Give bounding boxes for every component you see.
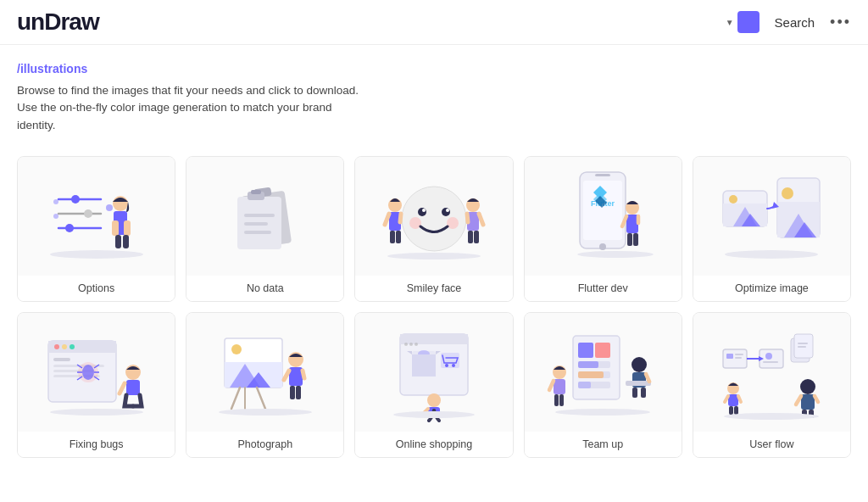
card-label-smiley: Smiley face (355, 276, 512, 301)
svg-point-85 (50, 409, 143, 416)
svg-rect-52 (633, 233, 638, 246)
svg-rect-114 (578, 343, 593, 358)
svg-point-14 (53, 214, 58, 219)
svg-point-39 (387, 253, 481, 259)
card-userflow[interactable]: User flow (693, 312, 851, 458)
svg-point-70 (70, 344, 75, 349)
card-image-flutter: Flutter (525, 157, 682, 276)
card-image-fixingbugs (18, 313, 175, 432)
card-label-photograph: Photograph (186, 432, 343, 457)
svg-rect-106 (412, 354, 436, 376)
svg-rect-21 (244, 214, 275, 217)
color-swatch[interactable] (737, 11, 760, 33)
hero-description: Browse to find the images that fit your … (17, 82, 373, 134)
card-image-teamup (525, 313, 682, 432)
svg-rect-4 (124, 220, 131, 236)
svg-rect-151 (729, 406, 733, 415)
card-nodata[interactable]: No data (186, 156, 344, 302)
svg-rect-51 (627, 233, 632, 246)
card-teamup[interactable]: Team up (524, 312, 682, 458)
svg-point-53 (577, 251, 654, 258)
card-image-options (18, 157, 175, 276)
svg-rect-33 (390, 231, 395, 243)
card-image-nodata (186, 157, 343, 276)
svg-point-131 (555, 409, 650, 416)
card-shopping[interactable]: Online shopping (354, 312, 513, 458)
card-image-smiley (355, 157, 512, 276)
svg-rect-5 (115, 235, 121, 248)
chevron-down-icon: ▼ (726, 18, 734, 27)
svg-point-108 (445, 364, 448, 367)
hero-section: /illustrations Browse to find the images… (0, 45, 868, 142)
svg-point-13 (53, 199, 58, 204)
svg-rect-138 (763, 361, 778, 363)
card-options[interactable]: Options (17, 156, 175, 302)
svg-point-48 (599, 243, 606, 250)
svg-point-65 (725, 250, 818, 259)
card-photograph[interactable]: Photograph (186, 312, 344, 458)
card-optimize[interactable]: Optimize image (693, 156, 851, 302)
svg-point-112 (393, 411, 475, 418)
search-button[interactable]: Search (768, 12, 822, 33)
card-fixingbugs[interactable]: Fixing bugs (17, 312, 175, 458)
svg-point-69 (62, 344, 67, 349)
svg-rect-135 (735, 354, 743, 355)
svg-point-90 (231, 344, 242, 354)
svg-rect-22 (244, 222, 268, 226)
card-flutter[interactable]: Flutter (524, 156, 682, 302)
svg-point-12 (65, 224, 74, 232)
svg-rect-136 (735, 357, 742, 359)
svg-line-91 (231, 388, 240, 409)
breadcrumb[interactable]: /illustrations (17, 62, 851, 75)
svg-point-102 (409, 343, 413, 346)
card-label-userflow: User flow (693, 432, 850, 457)
svg-point-0 (50, 250, 143, 259)
svg-rect-146 (801, 394, 815, 410)
card-label-teamup: Team up (525, 432, 682, 457)
svg-point-68 (54, 344, 59, 349)
svg-point-110 (427, 393, 441, 407)
svg-rect-97 (296, 386, 301, 399)
grid-row-1: Options No dat (17, 156, 851, 458)
svg-rect-100 (400, 334, 468, 344)
more-options-button[interactable]: ••• (830, 14, 851, 31)
svg-rect-47 (595, 174, 610, 176)
svg-rect-37 (468, 231, 473, 243)
svg-point-8 (71, 195, 80, 204)
svg-point-28 (446, 209, 449, 212)
svg-point-76 (82, 365, 94, 380)
svg-point-63 (782, 187, 793, 199)
svg-rect-121 (578, 382, 591, 388)
svg-rect-3 (112, 220, 119, 236)
svg-rect-144 (798, 346, 806, 348)
svg-point-15 (106, 204, 113, 211)
svg-line-92 (257, 388, 265, 409)
card-label-nodata: No data (186, 276, 343, 301)
card-label-optimize: Optimize image (693, 276, 850, 301)
svg-point-101 (404, 343, 408, 346)
svg-point-126 (632, 357, 647, 372)
card-smiley[interactable]: Smiley face (354, 156, 513, 302)
card-label-flutter: Flutter dev (525, 276, 682, 301)
svg-point-58 (729, 195, 737, 204)
card-label-shopping: Online shopping (355, 432, 512, 457)
card-label-fixingbugs: Fixing bugs (18, 432, 175, 457)
svg-rect-115 (595, 343, 610, 358)
svg-rect-130 (641, 388, 646, 398)
svg-point-109 (452, 364, 455, 367)
svg-rect-23 (244, 231, 271, 234)
svg-point-137 (765, 353, 772, 360)
svg-point-26 (442, 208, 450, 216)
svg-point-145 (800, 379, 815, 394)
card-image-userflow (693, 313, 850, 432)
svg-point-153 (724, 413, 819, 420)
svg-rect-125 (559, 394, 564, 406)
color-picker-dropdown[interactable]: ▼ (726, 11, 760, 33)
svg-rect-71 (53, 358, 70, 361)
svg-rect-38 (474, 231, 479, 243)
svg-rect-152 (734, 406, 738, 415)
svg-rect-84 (126, 380, 140, 395)
svg-rect-143 (798, 343, 808, 344)
svg-rect-96 (290, 386, 295, 399)
card-image-optimize (693, 157, 850, 276)
